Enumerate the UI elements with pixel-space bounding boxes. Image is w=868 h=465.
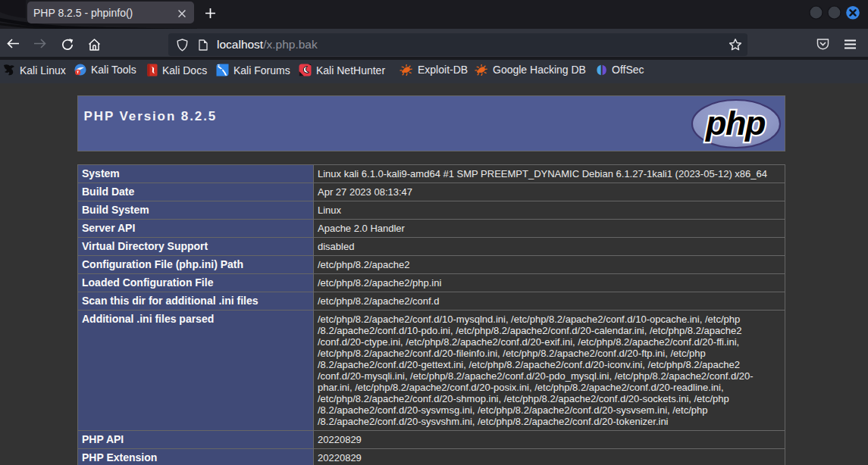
svg-text:php: php xyxy=(705,104,766,142)
